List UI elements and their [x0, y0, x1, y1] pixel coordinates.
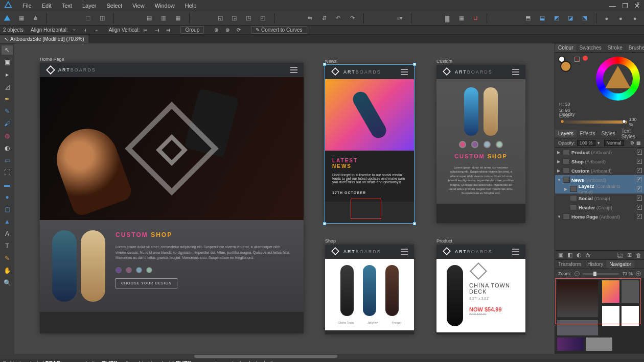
menu-select[interactable]: Select: [101, 3, 127, 9]
artboard-shop[interactable]: ARTBOARDS China TownJellyfishFractal: [325, 245, 414, 334]
layer-row[interactable]: ▶ Shop (Artboard): [555, 157, 644, 166]
rotate-ccw-icon[interactable]: ↶: [332, 12, 344, 25]
convert-curves-button[interactable]: ✎ Convert to Curves: [251, 26, 307, 34]
expand-arrow-icon[interactable]: ▼: [557, 214, 561, 219]
place-image-tool[interactable]: ▭: [2, 156, 13, 165]
bool-add-icon[interactable]: ⬒: [522, 12, 534, 25]
navigator-preview[interactable]: [555, 278, 644, 354]
visibility-checkbox[interactable]: [637, 159, 642, 164]
snap-grid-icon[interactable]: ▦: [15, 12, 28, 25]
persona-export-icon[interactable]: ●: [629, 12, 641, 25]
magnet-icon[interactable]: ⊔: [470, 12, 482, 25]
opacity-slider[interactable]: [559, 120, 627, 124]
layer-row[interactable]: Social (Group): [555, 194, 644, 203]
tab-transform[interactable]: Transform: [555, 260, 584, 268]
tab-history[interactable]: History: [584, 260, 606, 268]
tab-styles[interactable]: Styles: [598, 130, 618, 137]
zoom-in-icon[interactable]: +: [636, 271, 641, 276]
layer-row[interactable]: Header (Group): [555, 203, 644, 212]
bool-intersect-icon[interactable]: ◩: [550, 12, 563, 25]
flip-v-icon[interactable]: ⇵: [318, 12, 330, 25]
rectangle-tool[interactable]: ▬: [2, 180, 13, 189]
order-forward-icon[interactable]: ◳: [242, 12, 255, 25]
expand-arrow-icon[interactable]: ▶: [557, 150, 561, 155]
move-tool[interactable]: ↖: [2, 45, 13, 55]
grid-icon[interactable]: ▦: [455, 12, 468, 25]
visibility-checkbox[interactable]: [637, 150, 642, 155]
tab-effects[interactable]: Effects: [577, 130, 598, 137]
layer-blend-dropdown[interactable]: Normal: [604, 140, 624, 146]
app-icon[interactable]: [1, 12, 13, 25]
crop-tool[interactable]: ⛶: [2, 168, 13, 177]
menu-help[interactable]: Help: [180, 3, 202, 9]
zoom-out-icon[interactable]: −: [574, 271, 580, 276]
colour-triangle[interactable]: [605, 66, 631, 88]
add-layer-icon[interactable]: ⊞: [626, 252, 633, 259]
order-front-icon[interactable]: ◰: [257, 12, 269, 25]
group-button[interactable]: Group: [180, 26, 204, 34]
align-left-dist-icon[interactable]: ▤: [144, 12, 156, 25]
corner-tool[interactable]: ◿: [2, 82, 13, 91]
align-top-icon[interactable]: ⫢: [142, 26, 150, 34]
hamburger-icon[interactable]: [401, 249, 408, 255]
expand-arrow-icon[interactable]: ▶: [564, 187, 568, 191]
persona-designer-icon[interactable]: ●: [601, 12, 613, 25]
visibility-checkbox[interactable]: [637, 168, 642, 173]
hide-selection-icon[interactable]: ⊗: [223, 26, 232, 34]
text-tool[interactable]: A: [2, 229, 13, 238]
hand-tool[interactable]: ✋: [2, 266, 13, 275]
align-vcenter-icon[interactable]: ⫣: [153, 26, 161, 34]
menu-window[interactable]: Window: [150, 3, 180, 9]
color-picker-tool[interactable]: ✎: [2, 254, 13, 263]
tab-brushes[interactable]: Brushes: [626, 44, 644, 52]
visibility-checkbox[interactable]: [637, 196, 642, 201]
hamburger-icon[interactable]: [290, 67, 297, 73]
artboard-product[interactable]: ARTBOARDS CHINA TOWN DECK 8.37" x 3.81" …: [436, 245, 525, 334]
artboard-homepage[interactable]: ARTBOARDS CUSTOM SHOP Lorem ipsum dolor …: [40, 63, 304, 333]
layer-row[interactable]: ▶ Custom (Artboard): [555, 166, 644, 175]
persona-pixel-icon[interactable]: ●: [615, 12, 627, 25]
layer-row[interactable]: ▼ Home Page (Artboard): [555, 212, 644, 221]
align-left-icon[interactable]: ⫟: [70, 26, 78, 34]
menu-view[interactable]: View: [127, 3, 150, 9]
expand-arrow-icon[interactable]: ▶: [557, 168, 561, 173]
mask-layer-icon[interactable]: ◧: [566, 252, 573, 259]
frame-text-tool[interactable]: T: [2, 242, 13, 251]
hamburger-icon[interactable]: [512, 249, 519, 255]
horizontal-scrollbar[interactable]: [0, 354, 644, 359]
delete-layer-icon[interactable]: 🗑: [635, 252, 642, 259]
ellipse-tool[interactable]: ●: [2, 192, 13, 202]
layer-opacity-dropdown-icon[interactable]: ▾: [597, 140, 600, 146]
tab-navigator[interactable]: Navigator: [606, 260, 634, 268]
transparency-tool[interactable]: ◐: [2, 143, 13, 153]
bool-xor-icon[interactable]: ◪: [564, 12, 577, 25]
choose-design-button[interactable]: CHOOSE YOUR DESIGN: [116, 278, 177, 289]
expand-arrow-icon[interactable]: ▶: [557, 159, 561, 164]
rotate-cw-icon[interactable]: ↷: [347, 12, 359, 25]
order-back-icon[interactable]: ◱: [214, 12, 226, 25]
order-backward-icon[interactable]: ◲: [228, 12, 240, 25]
expand-arrow-icon[interactable]: ▼: [557, 178, 561, 182]
menu-file[interactable]: File: [17, 3, 37, 9]
clip-children-icon[interactable]: ◫: [96, 12, 108, 25]
tab-stroke[interactable]: Stroke: [605, 44, 626, 52]
bool-divide-icon[interactable]: ⬔: [579, 12, 591, 25]
close-panel-icon[interactable]: ×: [636, 0, 640, 7]
maximize-icon[interactable]: ❐: [622, 2, 628, 10]
lock-children-icon[interactable]: ⬚: [82, 12, 94, 25]
artboard-custom[interactable]: ARTBOARDS CUSTOM SHOP Lorem ipsum dolor …: [436, 65, 525, 223]
edit-all-layers-icon[interactable]: ▣: [557, 252, 564, 259]
menu-edit[interactable]: Edit: [37, 3, 57, 9]
bool-subtract-icon[interactable]: ⬓: [536, 12, 548, 25]
minimize-icon[interactable]: —: [609, 2, 616, 10]
picker-colour-icon[interactable]: [583, 56, 588, 61]
pen-tool[interactable]: ✒: [2, 94, 13, 104]
zoom-tool[interactable]: 🔍: [2, 278, 13, 287]
artboard-tool[interactable]: ▣: [2, 58, 13, 67]
snap-node-icon[interactable]: ⋔: [29, 12, 41, 25]
align-right-dist-icon[interactable]: ▦: [172, 12, 184, 25]
brush-tool[interactable]: 🖌: [2, 119, 13, 128]
layer-row[interactable]: ▶ Layer2 (Constraints Group): [555, 184, 644, 194]
show-rotation-icon[interactable]: ⊕: [212, 26, 220, 34]
visibility-checkbox[interactable]: [637, 214, 642, 219]
